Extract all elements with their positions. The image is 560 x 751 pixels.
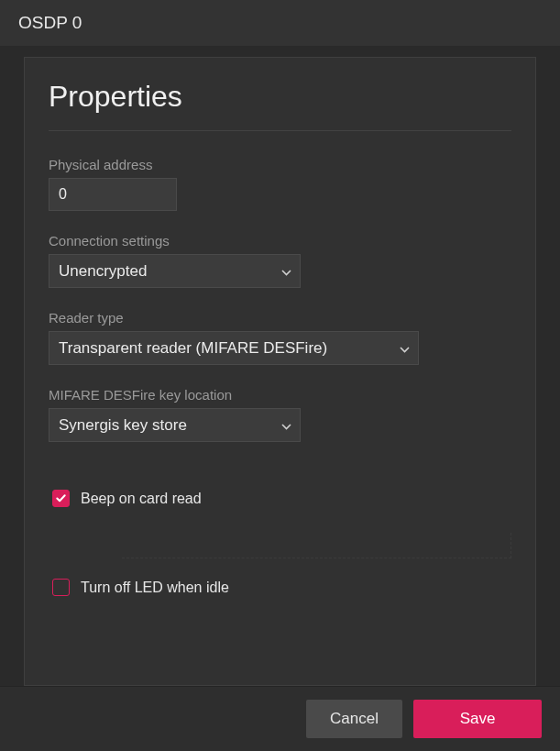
divider-line (122, 533, 511, 558)
beep-on-read-checkbox[interactable] (52, 490, 70, 507)
properties-panel: Properties Physical address Connection s… (24, 57, 536, 686)
turn-off-led-row: Turn off LED when idle (49, 579, 511, 596)
form-body: Physical address Connection settings Une… (49, 131, 511, 596)
beep-on-read-row: Beep on card read (49, 490, 511, 507)
key-location-label: MIFARE DESFire key location (49, 387, 511, 403)
titlebar: OSDP 0 (0, 0, 560, 46)
button-bar: Cancel Save (0, 686, 560, 751)
key-location-group: MIFARE DESFire key location Synergis key… (49, 387, 511, 442)
turn-off-led-label[interactable]: Turn off LED when idle (81, 580, 229, 596)
physical-address-group: Physical address (49, 157, 511, 211)
connection-settings-label: Connection settings (49, 233, 511, 248)
reader-type-label: Reader type (49, 310, 511, 326)
content-area: Properties Physical address Connection s… (0, 46, 560, 686)
titlebar-text: OSDP 0 (18, 13, 82, 32)
save-button[interactable]: Save (413, 700, 542, 738)
physical-address-input[interactable] (49, 178, 177, 211)
turn-off-led-checkbox[interactable] (52, 579, 70, 596)
key-location-select-wrap: Synergis key store (49, 408, 301, 442)
panel-heading: Properties (49, 80, 511, 131)
beep-on-read-label[interactable]: Beep on card read (81, 491, 202, 507)
cancel-button[interactable]: Cancel (306, 700, 402, 738)
reader-type-group: Reader type Transparent reader (MIFARE D… (49, 310, 511, 365)
physical-address-label: Physical address (49, 157, 511, 172)
reader-type-select-wrap: Transparent reader (MIFARE DESFire) (49, 331, 419, 365)
reader-type-select[interactable]: Transparent reader (MIFARE DESFire) (49, 331, 419, 365)
key-location-select[interactable]: Synergis key store (49, 408, 301, 442)
connection-settings-group: Connection settings Unencrypted (49, 233, 511, 288)
connection-settings-select[interactable]: Unencrypted (49, 254, 301, 288)
connection-settings-select-wrap: Unencrypted (49, 254, 301, 288)
